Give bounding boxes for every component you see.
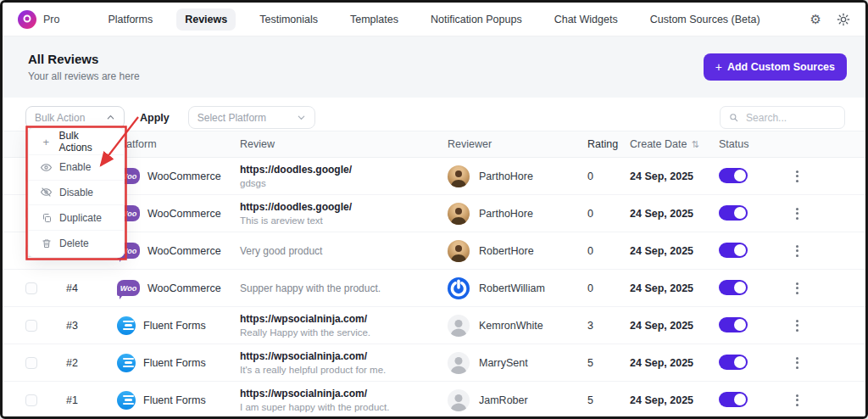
reviewer-avatar xyxy=(448,389,470,411)
table-row: #2 Fluent Forms https://wpsocialninja.co… xyxy=(3,344,865,382)
review-title: https://wpsocialninja.com/ xyxy=(240,388,448,399)
add-custom-sources-button[interactable]: + Add Custom Sources xyxy=(704,53,847,81)
row-checkbox[interactable] xyxy=(25,282,37,294)
review-text: It's a really helpful product for me. xyxy=(240,365,448,375)
review-id: #4 xyxy=(66,282,117,294)
search-box xyxy=(720,106,845,129)
bulk-actions-menu: + Bulk Actions Enable Disable Duplicate … xyxy=(28,127,125,258)
menu-item-delete[interactable]: Delete xyxy=(29,231,124,255)
rating-value: 0 xyxy=(587,282,630,294)
kebab-menu-icon[interactable] xyxy=(791,391,804,410)
nav-templates[interactable]: Templates xyxy=(342,8,407,31)
status-toggle[interactable] xyxy=(719,355,748,370)
main-nav: Platforms Reviews Testimonials Templates… xyxy=(99,8,768,31)
reviewer-name: KemronWhite xyxy=(479,320,543,332)
status-toggle[interactable] xyxy=(719,392,748,407)
platform-name: WooCommerce xyxy=(147,282,221,294)
wp-social-ninja-logo-icon[interactable] xyxy=(18,10,36,29)
review-text: Very good product xyxy=(240,245,448,257)
reviewer-avatar xyxy=(448,203,470,225)
reviewer-avatar xyxy=(448,165,470,187)
header-status: Status xyxy=(719,138,791,150)
bulk-action-select[interactable]: Bulk Action xyxy=(25,106,125,129)
gear-icon[interactable]: ⚙ xyxy=(810,13,821,25)
platform-select[interactable]: Select Platform xyxy=(188,106,315,129)
nav-custom-sources[interactable]: Custom Sources (Beta) xyxy=(642,8,769,31)
menu-item-duplicate[interactable]: Duplicate xyxy=(29,205,124,231)
review-id: #2 xyxy=(66,357,117,369)
row-checkbox[interactable] xyxy=(25,320,37,332)
table-row: Woo WooCommerce https://doodles.google/ … xyxy=(3,195,865,232)
kebab-menu-icon[interactable] xyxy=(791,242,804,260)
status-toggle[interactable] xyxy=(719,243,748,258)
nav-chat-widgets[interactable]: Chat Widgets xyxy=(546,8,626,31)
table-row: Woo WooCommerce Very good product Robert… xyxy=(3,232,865,270)
eye-off-icon xyxy=(41,187,52,198)
row-checkbox[interactable] xyxy=(25,394,37,406)
row-checkbox[interactable] xyxy=(25,357,37,369)
status-toggle[interactable] xyxy=(719,205,748,221)
light-mode-sun-icon[interactable] xyxy=(837,13,850,26)
chevron-up-icon xyxy=(106,113,115,122)
menu-item-disable[interactable]: Disable xyxy=(29,181,124,206)
status-toggle[interactable] xyxy=(719,317,748,332)
header-create-date[interactable]: Create Date ⇅ xyxy=(630,138,719,150)
table-row: Woo WooCommerce https://doodles.google/ … xyxy=(3,158,865,195)
toolbar: Bulk Action Apply Select Platform xyxy=(3,98,865,131)
platform-name: Fluent Forms xyxy=(143,357,206,369)
kebab-menu-icon[interactable] xyxy=(791,204,804,223)
search-input[interactable] xyxy=(744,111,836,125)
kebab-menu-icon[interactable] xyxy=(791,167,804,186)
plus-icon: + xyxy=(41,136,51,148)
search-icon xyxy=(729,112,738,123)
kebab-menu-icon[interactable] xyxy=(791,279,804,298)
page-subtitle: Your all reviews are here xyxy=(28,70,140,82)
menu-item-bulk-actions[interactable]: + Bulk Actions xyxy=(29,130,124,155)
copy-icon xyxy=(41,213,52,223)
create-date: 24 Sep, 2025 xyxy=(630,208,719,220)
reviewer-name: MarrySent xyxy=(479,357,528,369)
review-text: gdsgs xyxy=(240,178,448,188)
bulk-action-placeholder: Bulk Action xyxy=(35,112,85,124)
content: Bulk Action Apply Select Platform Platfo… xyxy=(3,98,865,419)
rating-value: 0 xyxy=(587,208,630,220)
review-text: Really Happy with the service. xyxy=(240,327,448,338)
create-date: 24 Sep, 2025 xyxy=(630,170,719,182)
reviewer-name: RobertHore xyxy=(479,245,534,257)
reviewer-avatar xyxy=(448,352,470,374)
nav-reviews[interactable]: Reviews xyxy=(176,8,236,31)
review-title: https://wpsocialninja.com/ xyxy=(240,350,448,362)
kebab-menu-icon[interactable] xyxy=(791,316,804,335)
review-text: I am super happy with the product. xyxy=(240,402,448,412)
kebab-menu-icon[interactable] xyxy=(791,354,804,372)
brand: Pro xyxy=(18,10,99,29)
fluent-forms-icon xyxy=(117,354,136,372)
nav-notification-popups[interactable]: Notification Popups xyxy=(422,8,531,31)
status-toggle[interactable] xyxy=(719,168,748,183)
reviewer-name: ParthoHore xyxy=(479,208,533,220)
status-toggle[interactable] xyxy=(719,280,748,295)
create-date: 24 Sep, 2025 xyxy=(630,394,719,406)
review-text: This is areview text xyxy=(240,215,448,226)
platform-name: WooCommerce xyxy=(147,208,221,220)
reviewer-avatar xyxy=(448,240,470,262)
reviewer-avatar xyxy=(448,315,470,337)
rating-value: 3 xyxy=(587,320,630,332)
apply-button[interactable]: Apply xyxy=(133,109,176,127)
page-title: All Reviews xyxy=(28,52,140,66)
reviewer-name: RobertWilliam xyxy=(479,282,545,294)
menu-item-enable[interactable]: Enable xyxy=(29,155,124,181)
nav-testimonials[interactable]: Testimonials xyxy=(251,8,326,31)
page-header-text: All Reviews Your all reviews are here xyxy=(28,52,140,82)
pro-label: Pro xyxy=(43,14,59,25)
nav-platforms[interactable]: Platforms xyxy=(99,8,161,31)
review-text: Supper happy with the product. xyxy=(240,282,448,294)
trash-icon xyxy=(41,238,52,249)
sort-icon[interactable]: ⇅ xyxy=(691,139,698,150)
reviewer-avatar xyxy=(448,277,470,299)
header-review: Review xyxy=(240,138,448,150)
create-date: 24 Sep, 2025 xyxy=(630,320,719,332)
rating-value: 0 xyxy=(587,245,630,257)
review-title: https://doodles.google/ xyxy=(240,164,448,176)
reviews-table: Platform Review Reviewer Rating Create D… xyxy=(3,131,865,419)
